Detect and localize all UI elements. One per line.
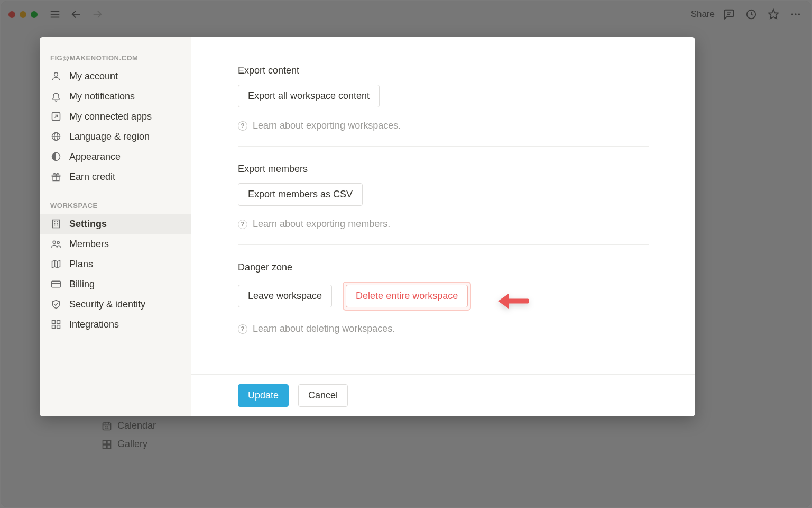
sidebar-item-earn-credit[interactable]: Earn credit xyxy=(40,167,191,187)
moon-icon xyxy=(50,151,62,162)
sidebar-item-connected-apps[interactable]: My connected apps xyxy=(40,106,191,126)
help-icon: ? xyxy=(238,220,247,229)
globe-icon xyxy=(50,131,62,142)
sidebar-item-appearance[interactable]: Appearance xyxy=(40,147,191,167)
section-title: Danger zone xyxy=(238,262,649,273)
sidebar-item-my-account[interactable]: My account xyxy=(40,66,191,86)
workspace-header: WORKSPACE xyxy=(40,196,191,214)
export-members-section: Export members Export members as CSV ? L… xyxy=(238,146,649,244)
settings-main: Export content Export all workspace cont… xyxy=(191,37,695,416)
help-icon: ? xyxy=(238,121,247,131)
settings-sidebar: FIG@MAKENOTION.COM My account My notific… xyxy=(40,37,191,416)
svg-rect-42 xyxy=(52,281,61,287)
danger-zone-section: Danger zone Leave workspace Delete entir… xyxy=(238,244,649,349)
sidebar-item-label: Integrations xyxy=(69,319,119,330)
bell-icon xyxy=(50,90,62,102)
cancel-button[interactable]: Cancel xyxy=(298,384,348,407)
export-content-section: Export content Export all workspace cont… xyxy=(238,48,649,146)
gift-icon xyxy=(50,171,62,183)
section-title: Export members xyxy=(238,164,649,175)
sidebar-item-label: My account xyxy=(69,71,118,82)
sidebar-item-label: Appearance xyxy=(69,151,121,162)
export-content-hint[interactable]: ? Learn about exporting workspaces. xyxy=(238,120,649,131)
sidebar-item-members[interactable]: Members xyxy=(40,234,191,254)
svg-point-38 xyxy=(57,241,59,243)
people-icon xyxy=(50,238,62,250)
update-button[interactable]: Update xyxy=(238,384,289,407)
sidebar-item-label: Earn credit xyxy=(69,171,115,183)
svg-rect-44 xyxy=(52,321,56,324)
hint-text: Learn about exporting members. xyxy=(253,219,390,230)
building-icon xyxy=(50,218,62,230)
shield-icon xyxy=(50,298,62,310)
sidebar-item-language[interactable]: Language & region xyxy=(40,126,191,147)
sidebar-item-label: Plans xyxy=(69,259,93,270)
hint-text: Learn about deleting workspaces. xyxy=(253,323,395,334)
delete-hint[interactable]: ? Learn about deleting workspaces. xyxy=(238,323,649,334)
sidebar-item-billing[interactable]: Billing xyxy=(40,274,191,294)
sidebar-item-label: My connected apps xyxy=(69,111,152,122)
help-icon: ? xyxy=(238,324,247,334)
settings-modal: FIG@MAKENOTION.COM My account My notific… xyxy=(40,37,695,416)
annotation-arrow-icon xyxy=(497,288,529,316)
sidebar-item-label: Billing xyxy=(69,279,95,290)
hint-text: Learn about exporting workspaces. xyxy=(253,120,401,131)
svg-rect-45 xyxy=(57,321,60,324)
svg-point-21 xyxy=(54,72,58,76)
svg-rect-46 xyxy=(52,325,56,329)
sidebar-item-plans[interactable]: Plans xyxy=(40,254,191,274)
section-title: Export content xyxy=(238,65,649,76)
account-header: FIG@MAKENOTION.COM xyxy=(40,49,191,66)
sidebar-item-security[interactable]: Security & identity xyxy=(40,294,191,314)
grid-icon xyxy=(50,319,62,330)
export-all-content-button[interactable]: Export all workspace content xyxy=(238,85,380,107)
svg-marker-49 xyxy=(498,294,509,309)
sidebar-item-label: Members xyxy=(69,239,109,250)
sidebar-item-label: Security & identity xyxy=(69,299,145,310)
arrow-out-icon xyxy=(50,111,62,122)
sidebar-item-label: Language & region xyxy=(69,131,150,142)
sidebar-item-notifications[interactable]: My notifications xyxy=(40,86,191,106)
person-icon xyxy=(50,70,62,82)
delete-highlight: Delete entire workspace xyxy=(343,282,471,311)
svg-marker-39 xyxy=(52,260,60,267)
export-members-csv-button[interactable]: Export members as CSV xyxy=(238,183,363,206)
svg-point-37 xyxy=(53,241,56,243)
credit-card-icon xyxy=(50,278,62,290)
delete-workspace-button[interactable]: Delete entire workspace xyxy=(346,285,468,307)
leave-workspace-button[interactable]: Leave workspace xyxy=(238,285,332,307)
sidebar-item-integrations[interactable]: Integrations xyxy=(40,314,191,334)
map-icon xyxy=(50,258,62,270)
sidebar-item-label: My notifications xyxy=(69,91,135,102)
sidebar-item-settings[interactable]: Settings xyxy=(40,214,191,234)
svg-rect-47 xyxy=(57,325,60,329)
svg-rect-30 xyxy=(52,220,59,228)
sidebar-item-label: Settings xyxy=(69,219,107,230)
settings-footer: Update Cancel xyxy=(191,374,695,416)
export-members-hint[interactable]: ? Learn about exporting members. xyxy=(238,219,649,230)
